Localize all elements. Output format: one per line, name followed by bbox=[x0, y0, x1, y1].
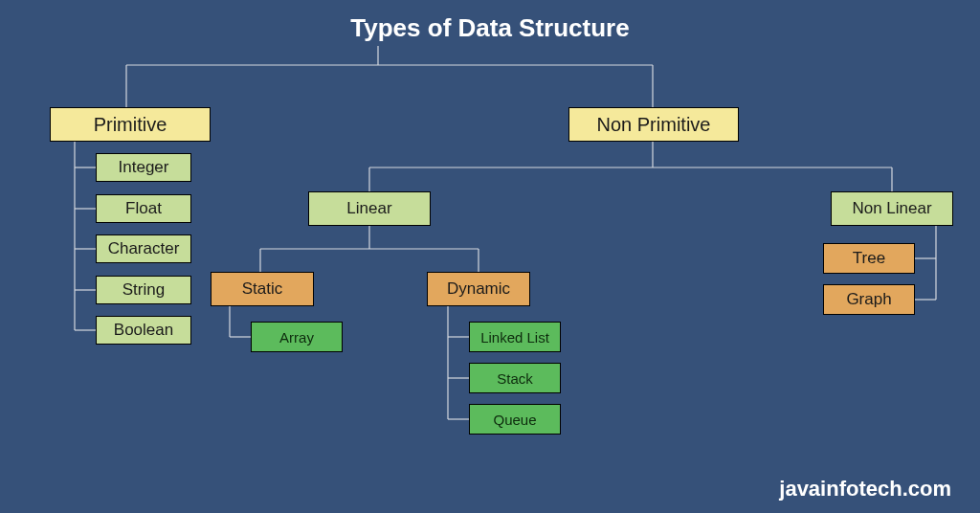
node-character: Character bbox=[96, 234, 191, 263]
node-linear: Linear bbox=[308, 191, 431, 226]
node-float: Float bbox=[96, 194, 191, 223]
node-static: Static bbox=[211, 272, 314, 306]
node-array: Array bbox=[251, 322, 343, 352]
diagram-title: Types of Data Structure bbox=[0, 13, 980, 43]
node-tree: Tree bbox=[823, 243, 915, 274]
node-boolean: Boolean bbox=[96, 316, 191, 345]
watermark: javainfotech.com bbox=[779, 477, 951, 502]
node-non-linear: Non Linear bbox=[831, 191, 953, 226]
node-linked-list: Linked List bbox=[469, 322, 561, 352]
node-primitive: Primitive bbox=[50, 107, 211, 142]
node-queue: Queue bbox=[469, 404, 561, 435]
node-string: String bbox=[96, 276, 191, 304]
node-graph: Graph bbox=[823, 284, 915, 315]
node-non-primitive: Non Primitive bbox=[568, 107, 739, 142]
node-integer: Integer bbox=[96, 153, 191, 182]
node-dynamic: Dynamic bbox=[427, 272, 530, 306]
node-stack: Stack bbox=[469, 363, 561, 393]
